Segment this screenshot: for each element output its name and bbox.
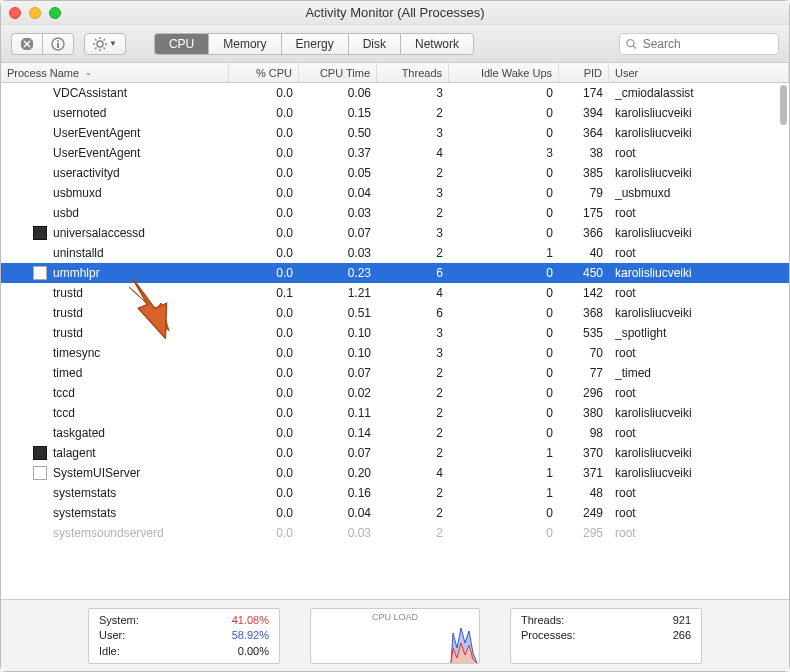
process-cpu-time: 0.15 xyxy=(299,106,377,120)
process-cpu-time: 0.51 xyxy=(299,306,377,320)
process-wake: 0 xyxy=(449,86,559,100)
stop-process-button[interactable] xyxy=(11,33,42,55)
tab-network[interactable]: Network xyxy=(400,33,474,55)
process-cpu: 0.0 xyxy=(229,166,299,180)
process-name: usbmuxd xyxy=(53,186,102,200)
system-value: 41.08% xyxy=(232,614,269,626)
process-app-icon xyxy=(33,226,47,240)
table-row[interactable]: usbd0.00.0320175root xyxy=(1,203,789,223)
process-threads: 6 xyxy=(377,306,449,320)
process-threads: 3 xyxy=(377,226,449,240)
system-label: System: xyxy=(99,614,139,626)
process-pid: 394 xyxy=(559,106,609,120)
table-row[interactable]: systemstats0.00.162148root xyxy=(1,483,789,503)
process-cpu-time: 0.10 xyxy=(299,346,377,360)
table-row[interactable]: tccd0.00.0220296root xyxy=(1,383,789,403)
settings-button[interactable]: ▼ xyxy=(84,33,126,55)
table-row[interactable]: trustd0.11.2140142root xyxy=(1,283,789,303)
process-cpu-time: 0.23 xyxy=(299,266,377,280)
table-row[interactable]: trustd0.00.1030535_spotlight xyxy=(1,323,789,343)
header-cpu[interactable]: % CPU xyxy=(229,63,299,82)
process-cpu: 0.0 xyxy=(229,346,299,360)
process-pid: 174 xyxy=(559,86,609,100)
process-app-icon xyxy=(33,446,47,460)
process-cpu: 0.0 xyxy=(229,326,299,340)
process-name: usernoted xyxy=(53,106,106,120)
header-idle-wake[interactable]: Idle Wake Ups xyxy=(449,63,559,82)
table-row[interactable]: trustd0.00.5160368karolisliucveiki xyxy=(1,303,789,323)
search-icon xyxy=(626,38,637,50)
table-row[interactable]: ummhlpr0.00.2360450karolisliucveiki xyxy=(1,263,789,283)
table-row[interactable]: tccd0.00.1120380karolisliucveiki xyxy=(1,403,789,423)
table-row[interactable]: timed0.00.072077_timed xyxy=(1,363,789,383)
process-wake: 1 xyxy=(449,486,559,500)
table-row[interactable]: usernoted0.00.1520394karolisliucveiki xyxy=(1,103,789,123)
header-process-name[interactable]: Process Name⌄ xyxy=(1,63,229,82)
process-cpu-time: 0.07 xyxy=(299,226,377,240)
process-cpu: 0.0 xyxy=(229,466,299,480)
table-row[interactable]: taskgated0.00.142098root xyxy=(1,423,789,443)
table-row[interactable]: systemstats0.00.0420249root xyxy=(1,503,789,523)
process-threads: 2 xyxy=(377,446,449,460)
table-row[interactable]: universalaccessd0.00.0730366karolisliucv… xyxy=(1,223,789,243)
process-threads: 3 xyxy=(377,326,449,340)
tab-cpu[interactable]: CPU xyxy=(154,33,208,55)
table-row[interactable]: VDCAssistant0.00.0630174_cmiodalassist xyxy=(1,83,789,103)
table-row[interactable]: uninstalld0.00.032140root xyxy=(1,243,789,263)
tab-energy[interactable]: Energy xyxy=(281,33,348,55)
header-user[interactable]: User xyxy=(609,63,789,82)
process-name: systemstats xyxy=(53,486,116,500)
table-row[interactable]: timesync0.00.103070root xyxy=(1,343,789,363)
process-user: karolisliucveiki xyxy=(609,446,789,460)
table-row[interactable]: UserEventAgent0.00.5030364karolisliucvei… xyxy=(1,123,789,143)
tab-memory[interactable]: Memory xyxy=(208,33,280,55)
process-wake: 0 xyxy=(449,306,559,320)
svg-line-16 xyxy=(633,45,636,48)
process-user: root xyxy=(609,146,789,160)
process-list[interactable]: VDCAssistant0.00.0630174_cmiodalassistus… xyxy=(1,83,789,599)
process-user: _timed xyxy=(609,366,789,380)
info-button[interactable] xyxy=(42,33,74,55)
process-name: trustd xyxy=(53,286,83,300)
process-user: karolisliucveiki xyxy=(609,226,789,240)
process-threads: 4 xyxy=(377,286,449,300)
process-pid: 296 xyxy=(559,386,609,400)
tab-disk[interactable]: Disk xyxy=(348,33,400,55)
processes-label: Processes: xyxy=(521,629,575,641)
process-threads: 2 xyxy=(377,506,449,520)
process-name: systemsoundserverd xyxy=(53,526,164,540)
process-cpu: 0.0 xyxy=(229,106,299,120)
table-row[interactable]: useractivityd0.00.0520385karolisliucveik… xyxy=(1,163,789,183)
process-name: tccd xyxy=(53,386,75,400)
process-wake: 0 xyxy=(449,346,559,360)
process-wake: 0 xyxy=(449,366,559,380)
header-cpu-time[interactable]: CPU Time xyxy=(299,63,377,82)
process-user: karolisliucveiki xyxy=(609,406,789,420)
process-name: trustd xyxy=(53,306,83,320)
process-pid: 77 xyxy=(559,366,609,380)
process-wake: 0 xyxy=(449,286,559,300)
process-pid: 364 xyxy=(559,126,609,140)
search-input[interactable] xyxy=(643,37,772,51)
table-row[interactable]: usbmuxd0.00.043079_usbmuxd xyxy=(1,183,789,203)
process-name: timed xyxy=(53,366,82,380)
window-title: Activity Monitor (All Processes) xyxy=(1,5,789,20)
svg-point-6 xyxy=(97,41,103,47)
table-row[interactable]: SystemUIServer0.00.2041371karolisliucvei… xyxy=(1,463,789,483)
table-row[interactable]: talagent0.00.0721370karolisliucveiki xyxy=(1,443,789,463)
process-pid: 366 xyxy=(559,226,609,240)
svg-rect-5 xyxy=(57,43,59,48)
process-user: root xyxy=(609,386,789,400)
scrollbar[interactable] xyxy=(780,85,787,125)
header-threads[interactable]: Threads xyxy=(377,63,449,82)
process-name: talagent xyxy=(53,446,96,460)
search-field[interactable] xyxy=(619,33,779,55)
header-pid[interactable]: PID xyxy=(559,63,609,82)
process-wake: 0 xyxy=(449,426,559,440)
table-row[interactable]: systemsoundserverd0.00.0320295root xyxy=(1,523,789,543)
process-threads: 6 xyxy=(377,266,449,280)
process-doc-icon xyxy=(33,266,47,280)
process-cpu: 0.0 xyxy=(229,146,299,160)
column-headers: Process Name⌄ % CPU CPU Time Threads Idl… xyxy=(1,63,789,83)
table-row[interactable]: UserEventAgent0.00.374338root xyxy=(1,143,789,163)
